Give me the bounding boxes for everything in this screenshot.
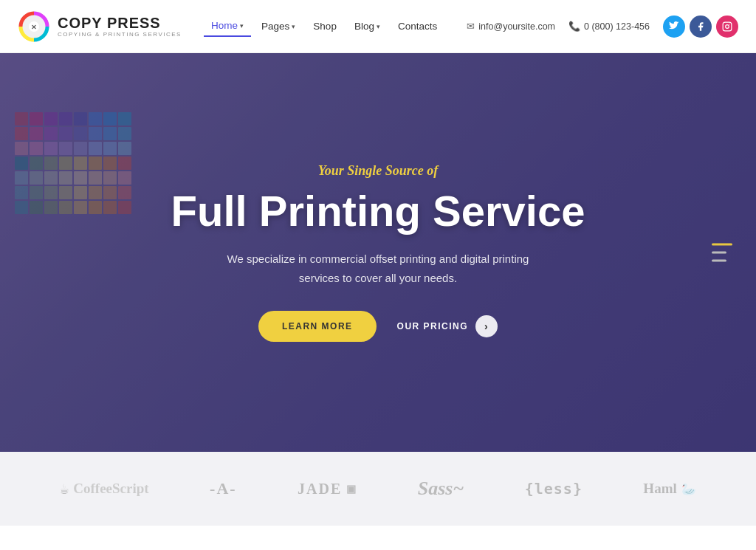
partner-haml[interactable]: Haml 🦢 — [643, 481, 695, 497]
twitter-button[interactable] — [663, 16, 685, 38]
hero-section: Your Single Source of Full Printing Serv… — [0, 53, 756, 452]
hero-content: Your Single Source of Full Printing Serv… — [157, 163, 600, 343]
svg-point-5 — [729, 24, 730, 24]
svg-rect-3 — [723, 22, 732, 31]
hero-buttons: LEARN MORE OUR PRICING › — [171, 311, 585, 342]
chevron-down-icon: ▾ — [240, 22, 244, 30]
nav-item-home[interactable]: Home ▾ — [204, 16, 251, 37]
chevron-down-icon: ▾ — [292, 23, 295, 30]
hero-subtitle: Your Single Source of — [171, 163, 585, 179]
logo-subtitle: COPYING & PRINTING SERVICES — [58, 31, 182, 38]
social-icons — [663, 16, 738, 38]
hamburger-line-1 — [712, 244, 732, 246]
partner-sass[interactable]: Sass~ — [418, 478, 464, 500]
contact-phone[interactable]: 📞 0 (800) 123-456 — [568, 21, 650, 32]
learn-more-button[interactable]: LEARN MORE — [258, 311, 377, 342]
pricing-button[interactable]: OUR PRICING › — [397, 315, 498, 337]
svg-text:✕: ✕ — [31, 24, 37, 31]
email-icon: ✉ — [467, 21, 475, 32]
partner-coffeescript[interactable]: ☕ CoffeeScript — [60, 480, 148, 498]
nav-item-contacts[interactable]: Contacts — [391, 16, 444, 36]
hamburger-line-3 — [712, 260, 726, 262]
logo-title: COPY PRESS — [58, 15, 182, 31]
hero-title: Full Printing Service — [171, 189, 585, 234]
main-nav: Home ▾ Pages ▾ Shop Blog ▾ Contacts — [204, 16, 444, 37]
partner-less[interactable]: {less} — [525, 480, 583, 498]
nav-item-pages[interactable]: Pages ▾ — [254, 16, 303, 36]
contact-email[interactable]: ✉ info@yoursite.com — [467, 21, 555, 32]
nav-item-shop[interactable]: Shop — [306, 16, 344, 36]
instagram-button[interactable] — [716, 16, 738, 38]
partners-bar: ☕ CoffeeScript -A- JADE ▣ Sass~ {less} H… — [0, 452, 756, 526]
coffeescript-icon: ☕ — [60, 480, 69, 498]
site-header: ✕ COPY PRESS COPYING & PRINTING SERVICES… — [0, 0, 756, 53]
chevron-down-icon: ▾ — [377, 23, 380, 30]
partner-angular[interactable]: -A- — [210, 479, 237, 498]
header-contact: ✉ info@yoursite.com 📞 0 (800) 123-456 — [467, 16, 738, 38]
pricing-arrow-icon: › — [475, 315, 498, 337]
svg-point-4 — [726, 24, 729, 28]
nav-item-blog[interactable]: Blog ▾ — [347, 16, 388, 36]
hamburger-menu[interactable] — [712, 244, 732, 262]
facebook-button[interactable] — [690, 16, 712, 38]
logo[interactable]: ✕ COPY PRESS COPYING & PRINTING SERVICES — [18, 10, 182, 43]
logo-icon: ✕ — [18, 10, 50, 43]
partner-jade[interactable]: JADE ▣ — [298, 481, 357, 498]
hamburger-line-2 — [712, 252, 726, 254]
phone-icon: 📞 — [568, 21, 580, 32]
hero-description: We specialize in commercial offset print… — [223, 250, 533, 287]
